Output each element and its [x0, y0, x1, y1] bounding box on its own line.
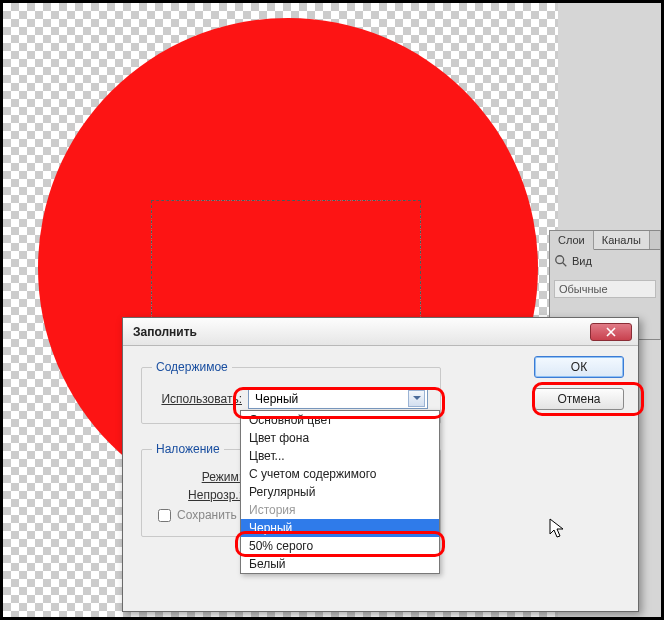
dropdown-option[interactable]: Регулярный	[241, 483, 439, 501]
preserve-checkbox-label: Сохранить п	[177, 508, 246, 522]
tab-channels[interactable]: Каналы	[594, 231, 650, 249]
svg-line-1	[563, 263, 567, 267]
content-legend: Содержимое	[152, 360, 232, 374]
use-combobox[interactable]: Черный	[248, 388, 428, 409]
dropdown-option[interactable]: Цвет...	[241, 447, 439, 465]
ok-button[interactable]: ОК	[534, 356, 624, 378]
dropdown-option: История	[241, 501, 439, 519]
dropdown-option[interactable]: С учетом содержимого	[241, 465, 439, 483]
dialog-titlebar[interactable]: Заполнить	[123, 318, 638, 346]
dropdown-option[interactable]: 50% серого	[241, 537, 439, 555]
dropdown-option[interactable]: Черный	[241, 519, 439, 537]
svg-point-0	[556, 256, 564, 264]
chevron-down-icon[interactable]	[408, 390, 425, 407]
mode-label: Режим:	[152, 470, 242, 484]
cursor-icon	[549, 518, 565, 540]
preserve-checkbox-input[interactable]	[158, 509, 171, 522]
close-icon	[606, 327, 616, 337]
dialog-title: Заполнить	[133, 325, 197, 339]
search-icon	[554, 254, 568, 268]
use-label: Использовать:	[152, 392, 242, 406]
dropdown-option[interactable]: Основной цвет	[241, 411, 439, 429]
dropdown-option[interactable]: Цвет фона	[241, 429, 439, 447]
tab-layers[interactable]: Слои	[550, 231, 594, 250]
dropdown-option[interactable]: Белый	[241, 555, 439, 573]
close-button[interactable]	[590, 323, 632, 341]
filter-kind-label[interactable]: Вид	[572, 255, 592, 267]
use-dropdown-list[interactable]: Основной цветЦвет фонаЦвет...С учетом со…	[240, 410, 440, 574]
blend-mode-select[interactable]: Обычные	[554, 280, 656, 298]
opacity-label: Непрозр.:	[152, 488, 242, 502]
blend-legend: Наложение	[152, 442, 224, 456]
use-combobox-value: Черный	[255, 392, 298, 406]
cancel-button[interactable]: Отмена	[534, 388, 624, 410]
